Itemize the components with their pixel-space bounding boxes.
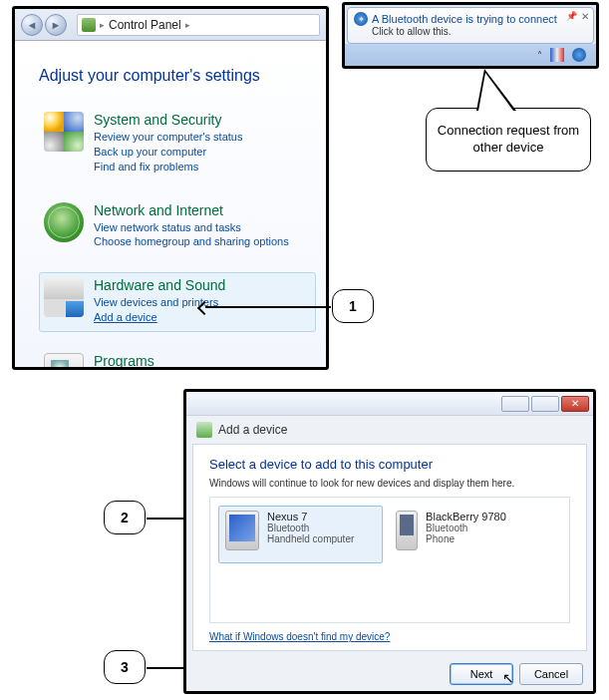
close-icon[interactable]: ✕ (581, 11, 589, 22)
network-icon (44, 202, 84, 242)
link-back-up[interactable]: Back up your computer (94, 145, 242, 160)
link-review-status[interactable]: Review your computer's status (94, 130, 242, 145)
balloon-title-text: A Bluetooth device is trying to connect (372, 13, 557, 25)
chevron-right-icon: ▸ (185, 20, 190, 30)
dialog-breadcrumb: Add a device (186, 416, 593, 444)
chevron-right-icon: ▸ (100, 20, 105, 30)
tablet-icon (225, 511, 259, 550)
control-panel-icon (82, 18, 96, 32)
bluetooth-icon: ⌖ (354, 12, 368, 26)
link-view-network[interactable]: View network status and tasks (94, 220, 289, 235)
action-center-icon[interactable] (550, 48, 564, 62)
phone-icon (396, 511, 418, 550)
system-tray: ˄ (345, 44, 596, 66)
dialog-subtext: Windows will continue to look for new de… (209, 478, 570, 489)
balloon-subtext: Click to allow this. (372, 26, 575, 37)
back-button[interactable]: ◄ (21, 14, 43, 36)
page-heading: Adjust your computer's settings (39, 67, 316, 85)
balloon-tip[interactable]: 📌 ✕ ⌖ A Bluetooth device is trying to co… (347, 7, 594, 44)
address-bar[interactable]: ▸ Control Panel ▸ (77, 14, 320, 36)
device-item-nexus7[interactable]: Nexus 7 Bluetooth Handheld computer (218, 506, 383, 563)
cancel-button[interactable]: Cancel (519, 663, 583, 685)
link-homegroup[interactable]: Choose homegroup and sharing options (94, 234, 289, 249)
control-panel-body: Adjust your computer's settings System a… (15, 41, 326, 367)
dialog-titlebar: ✕ (186, 392, 593, 416)
device-name: Nexus 7 (267, 511, 354, 523)
annotation-bubble: Connection request from other device (426, 108, 591, 172)
help-link[interactable]: What if Windows doesn't find my device? (209, 631, 570, 642)
forward-button[interactable]: ► (45, 14, 67, 36)
category-title: Hardware and Sound (94, 277, 225, 293)
breadcrumb-label: Control Panel (109, 18, 181, 32)
device-list: Nexus 7 Bluetooth Handheld computer Blac… (209, 497, 570, 623)
dialog-heading: Select a device to add to this computer (209, 457, 570, 472)
system-security-icon (44, 112, 84, 152)
add-device-icon (196, 422, 212, 438)
category-system-security[interactable]: System and Security Review your computer… (39, 107, 316, 181)
dialog-body: Select a device to add to this computer … (192, 444, 587, 651)
close-button[interactable]: ✕ (561, 396, 589, 412)
device-sub: Phone (426, 533, 506, 544)
device-sub: Handheld computer (267, 533, 354, 544)
pin-icon[interactable]: 📌 (566, 11, 577, 21)
notification-panel: 📌 ✕ ⌖ A Bluetooth device is trying to co… (342, 2, 599, 69)
device-item-blackberry[interactable]: BlackBerry 9780 Bluetooth Phone (389, 506, 553, 563)
dialog-crumb-text: Add a device (218, 423, 287, 437)
dialog-footer: Next Cancel (186, 657, 593, 691)
add-device-dialog: ✕ Add a device Select a device to add to… (183, 389, 596, 694)
category-title: Network and Internet (94, 202, 289, 218)
link-find-fix[interactable]: Find and fix problems (94, 160, 242, 175)
device-type: Bluetooth (267, 523, 354, 533)
callout-number: 3 (121, 659, 129, 675)
category-network-internet[interactable]: Network and Internet View network status… (39, 197, 316, 257)
maximize-button[interactable] (531, 396, 559, 412)
category-hardware-sound[interactable]: Hardware and Sound View devices and prin… (39, 272, 316, 332)
cancel-label: Cancel (534, 668, 568, 680)
callout-1: 1 (332, 289, 374, 323)
hardware-icon (44, 277, 84, 317)
chevron-up-icon[interactable]: ˄ (537, 50, 542, 61)
callout-number: 2 (121, 510, 129, 525)
device-type: Bluetooth (426, 523, 506, 533)
control-panel-window: ◄ ► ▸ Control Panel ▸ Adjust your comput… (12, 6, 329, 370)
next-label: Next (470, 668, 493, 680)
category-title: System and Security (94, 112, 242, 128)
bluetooth-tray-icon[interactable] (572, 48, 586, 62)
category-programs[interactable]: Programs (39, 348, 316, 367)
callout-3: 3 (104, 650, 146, 684)
device-name: BlackBerry 9780 (426, 511, 506, 523)
cursor-icon: ↖ (502, 670, 514, 686)
callout-2: 2 (104, 501, 146, 534)
callout-number: 1 (349, 298, 357, 314)
titlebar: ◄ ► ▸ Control Panel ▸ (15, 9, 326, 41)
minimize-button[interactable] (501, 396, 529, 412)
annotation-text: Connection request from other device (438, 123, 579, 155)
programs-icon (44, 353, 84, 367)
category-title: Programs (94, 353, 154, 367)
